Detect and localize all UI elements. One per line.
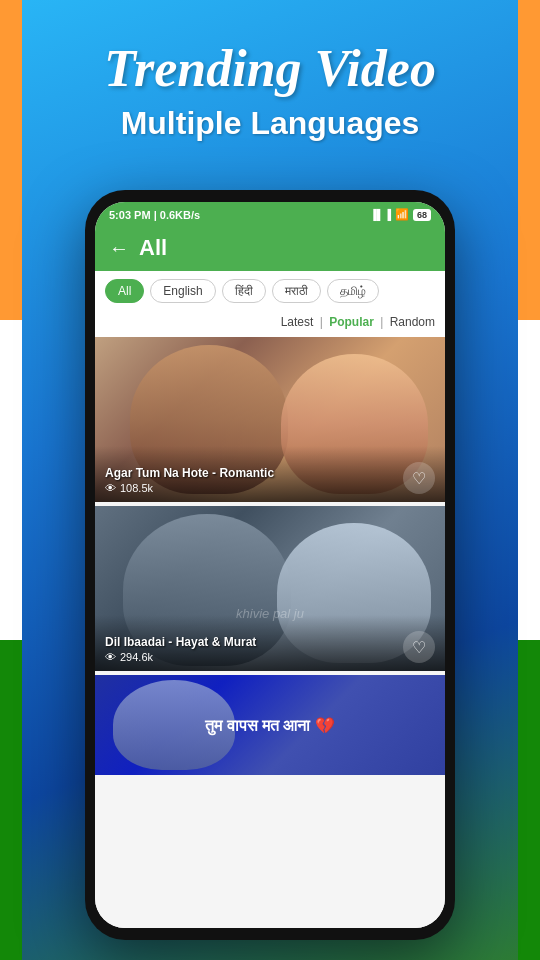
status-time: 5:03 PM | 0.6KB/s bbox=[109, 209, 200, 221]
video-title-2: Dil Ibaadai - Hayat & Murat bbox=[105, 635, 435, 649]
hero-title: Trending Video bbox=[30, 40, 510, 97]
video-list: Agar Tum Na Hote - Romantic 👁 108.5k ♡ k… bbox=[95, 337, 445, 928]
video-info-1: Agar Tum Na Hote - Romantic 👁 108.5k bbox=[95, 446, 445, 502]
flag-stripe-right bbox=[518, 0, 540, 960]
flag-orange-left bbox=[0, 0, 22, 320]
page-title: All bbox=[139, 235, 167, 261]
sort-popular[interactable]: Popular bbox=[329, 315, 374, 329]
heart-button-1[interactable]: ♡ bbox=[403, 462, 435, 494]
video-thumbnail-3: तुम वापस मत आना 💔 bbox=[95, 675, 445, 775]
views-count-2: 294.6k bbox=[120, 651, 153, 663]
flag-white-right bbox=[518, 320, 540, 640]
eye-icon-2: 👁 bbox=[105, 651, 116, 663]
lang-tab-marathi[interactable]: मराठी bbox=[272, 279, 321, 303]
sort-random[interactable]: Random bbox=[390, 315, 435, 329]
views-count-1: 108.5k bbox=[120, 482, 153, 494]
video-info-2: Dil Ibaadai - Hayat & Murat 👁 294.6k bbox=[95, 615, 445, 671]
sort-latest[interactable]: Latest bbox=[281, 315, 314, 329]
battery-badge: 68 bbox=[413, 209, 431, 221]
language-tabs: All English हिंदी मराठी தமிழ் bbox=[95, 271, 445, 311]
phone-mockup: 5:03 PM | 0.6KB/s ▐▌▐ 📶 68 ← All All Eng… bbox=[85, 190, 455, 940]
sort-divider-1: | bbox=[320, 315, 326, 329]
lang-tab-tamil[interactable]: தமிழ் bbox=[327, 279, 379, 303]
flag-orange-right bbox=[518, 0, 540, 320]
lang-tab-all[interactable]: All bbox=[105, 279, 144, 303]
heart-button-2[interactable]: ♡ bbox=[403, 631, 435, 663]
wifi-icon: 📶 bbox=[395, 208, 409, 221]
hero-subtitle: Multiple Languages bbox=[30, 105, 510, 142]
lang-tab-hindi[interactable]: हिंदी bbox=[222, 279, 266, 303]
video-views-1: 👁 108.5k bbox=[105, 482, 435, 494]
sort-bar: Latest | Popular | Random bbox=[95, 311, 445, 337]
flag-green-left bbox=[0, 640, 22, 960]
heart-icon-1: ♡ bbox=[412, 469, 426, 488]
hero-section: Trending Video Multiple Languages bbox=[30, 40, 510, 142]
video-views-2: 👁 294.6k bbox=[105, 651, 435, 663]
flag-stripe-left bbox=[0, 0, 22, 960]
thumb3-hindi-text: तुम वापस मत आना 💔 bbox=[205, 716, 335, 735]
heart-icon-2: ♡ bbox=[412, 638, 426, 657]
flag-white-left bbox=[0, 320, 22, 640]
thumb3-text: तुम वापस मत आना 💔 bbox=[95, 675, 445, 775]
status-icons: ▐▌▐ 📶 68 bbox=[370, 208, 431, 221]
phone-screen: 5:03 PM | 0.6KB/s ▐▌▐ 📶 68 ← All All Eng… bbox=[95, 202, 445, 928]
signal-icon: ▐▌▐ bbox=[370, 209, 391, 220]
lang-tab-english[interactable]: English bbox=[150, 279, 215, 303]
video-card-2[interactable]: khivie pal ju Dil Ibaadai - Hayat & Mura… bbox=[95, 506, 445, 671]
back-button[interactable]: ← bbox=[109, 237, 129, 260]
sort-divider-2: | bbox=[380, 315, 386, 329]
video-card-1[interactable]: Agar Tum Na Hote - Romantic 👁 108.5k ♡ bbox=[95, 337, 445, 502]
video-card-3[interactable]: तुम वापस मत आना 💔 bbox=[95, 675, 445, 775]
status-bar: 5:03 PM | 0.6KB/s ▐▌▐ 📶 68 bbox=[95, 202, 445, 227]
app-header: ← All bbox=[95, 227, 445, 271]
flag-green-right bbox=[518, 640, 540, 960]
eye-icon-1: 👁 bbox=[105, 482, 116, 494]
video-title-1: Agar Tum Na Hote - Romantic bbox=[105, 466, 435, 480]
